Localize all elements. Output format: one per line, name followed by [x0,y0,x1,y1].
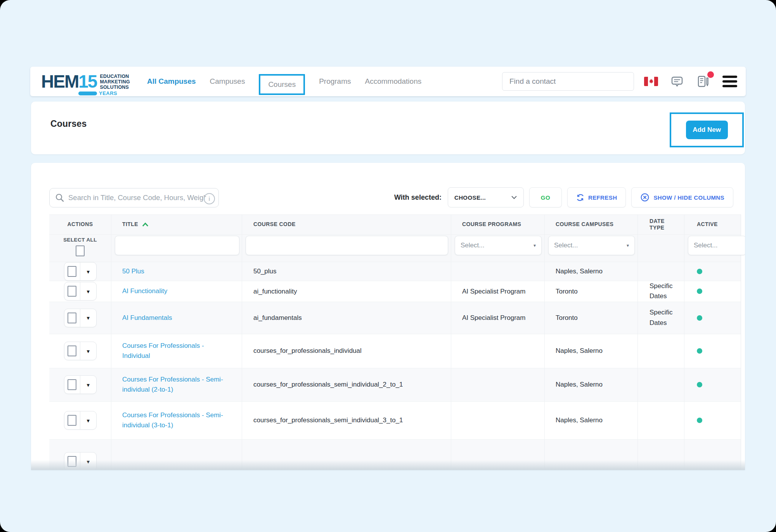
nav-item-programs[interactable]: Programs [319,77,351,86]
row-campuses-cell-text: Toronto [556,287,578,297]
notification-badge [707,71,714,78]
row-title-cell: 50 Plus [111,262,242,281]
nav-item-courses[interactable]: Courses [259,74,305,95]
column-header-label: TITLE [122,221,138,228]
row-programs-cell-text: AI Specialist Program [462,287,525,297]
course-title-link[interactable]: AI Fundamentals [122,313,172,323]
column-header-title[interactable]: TITLE [111,215,242,234]
course-title-link[interactable]: Courses For Professionals - Semi-individ… [122,410,228,431]
courses-table-card: Search in Title, Course Code, Hours, Wei… [31,163,745,470]
row-programs-cell [451,334,544,368]
table-row: ▾50 Plus50_plusNaples, Salerno [49,262,741,281]
row-actions-dropdown[interactable]: ▾ [80,376,96,394]
row-checkbox-area[interactable] [64,453,80,470]
caret-down-icon: ▾ [87,418,90,423]
row-actions-group: ▾ [64,262,97,281]
row-checkbox[interactable] [68,266,76,277]
row-active-cell [684,302,741,334]
row-checkbox-area[interactable] [64,282,80,300]
title-filter-input[interactable] [115,236,239,255]
row-checkbox[interactable] [68,345,76,356]
filter-cell-campuses: Select... ▾ [544,235,637,262]
course-title-link[interactable]: 50 Plus [122,266,144,276]
chat-bubble-icon[interactable] [670,75,684,88]
row-campuses-cell: Toronto [544,302,637,334]
flag-white-stripe [648,77,654,86]
find-contact-input[interactable] [502,72,634,91]
caret-down-icon: ▾ [87,288,90,294]
chevron-down-icon [511,195,517,199]
row-actions-dropdown[interactable]: ▾ [80,342,96,360]
filter-cell-active: Select... [684,235,741,262]
row-checkbox[interactable] [68,379,76,390]
caret-down-icon: ▾ [87,382,90,388]
table-row: ▾AI Fundamentalsai_fundamentalsAI Specia… [49,302,741,334]
column-header-programs[interactable]: COURSE PROGRAMS [451,215,544,234]
nav-item-campuses[interactable]: Campuses [210,77,245,86]
active-filter-select[interactable]: Select... [688,236,745,255]
column-header-label: ACTIVE [697,221,718,228]
course-programs-filter-select[interactable]: Select... ▾ [455,236,542,255]
row-actions-dropdown[interactable]: ▾ [80,282,96,300]
canada-flag-icon[interactable] [644,77,658,86]
active-status-dot [697,348,702,354]
course-code-filter-input[interactable] [246,236,448,255]
active-select-placeholder: Select... [694,242,717,249]
table-row: ▾Courses For Professionals - Semi-indivi… [49,368,741,401]
select-all-checkbox[interactable] [76,245,85,256]
row-checkbox[interactable] [68,456,76,467]
column-header-label: COURSE CAMPUSES [556,221,613,228]
row-checkbox-area[interactable] [64,376,80,394]
row-actions-group: ▾ [64,375,97,394]
row-actions-dropdown[interactable]: ▾ [80,411,96,429]
row-actions-dropdown[interactable]: ▾ [80,453,96,470]
nav-item-accommodations[interactable]: Accommodations [365,77,422,86]
column-header-code[interactable]: COURSE CODE [242,215,451,234]
row-programs-cell: AI Specialist Program [451,302,544,334]
logo-years-bar [78,92,97,95]
bulk-action-value: CHOOSE... [454,194,486,201]
column-header-label: COURSE CODE [253,221,296,228]
table-filter-row: SELECT ALL Select... ▾ [49,234,741,262]
go-button[interactable]: GO [529,187,562,207]
row-checkbox-area[interactable] [64,411,80,429]
main-nav: All CampusesCampusesCoursesProgramsAccom… [147,71,421,92]
refresh-button[interactable]: REFRESH [567,187,626,207]
row-course-code-cell-text: ai_fundamentals [253,313,302,323]
row-checkbox-area[interactable] [64,309,80,327]
row-checkbox[interactable] [68,415,76,426]
row-date-type-cell-text: Specific Dates [650,307,677,328]
course-campuses-filter-select[interactable]: Select... ▾ [548,236,635,255]
column-header-date[interactable]: DATE TYPE [637,215,684,234]
search-help-icon[interactable]: i [204,193,215,204]
course-title-link[interactable]: Courses For Professionals - Individual [122,341,228,361]
hem-logo[interactable]: HEM15 EDUCATIONMARKETINGSOLUTIONS YEARS [41,73,130,90]
course-title-link[interactable]: Courses For Professionals - Semi-individ… [122,375,228,395]
row-checkbox[interactable] [68,286,76,297]
row-actions-cell: ▾ [49,262,111,281]
row-actions-dropdown[interactable]: ▾ [80,263,96,280]
notepad-pencil-icon[interactable] [696,74,710,88]
row-campuses-cell-text: Toronto [556,313,578,323]
bulk-action-select[interactable]: CHOOSE... [448,187,524,207]
column-header-campuses[interactable]: COURSE CAMPUSES [544,215,637,234]
course-title-link[interactable]: AI Functionality [122,286,167,296]
row-checkbox[interactable] [68,313,76,323]
row-actions-dropdown[interactable]: ▾ [80,309,96,327]
column-header-actions[interactable]: ACTIONS [49,215,111,234]
add-new-button[interactable]: Add New [686,121,728,139]
row-title-cell: AI Functionality [111,281,242,302]
column-header-active[interactable]: ACTIVE [684,215,741,234]
row-checkbox-area[interactable] [64,263,80,280]
row-checkbox-area[interactable] [64,342,80,360]
logo-wordmark: HEM15 [41,73,97,90]
select-arrow-icon: ▾ [534,243,536,248]
row-actions-cell: ▾ [49,334,111,368]
filter-cell-date-type [637,235,684,262]
nav-item-all-campuses[interactable]: All Campuses [147,77,196,86]
hamburger-menu-icon[interactable] [722,76,737,87]
row-course-code-cell-text: courses_for_professionals_semi_individua… [253,415,403,425]
show-hide-columns-button[interactable]: SHOW / HIDE COLUMNS [631,187,733,207]
courses-table: ACTIONSTITLECOURSE CODECOURSE PROGRAMSCO… [49,214,741,470]
table-search-box[interactable]: Search in Title, Course Code, Hours, Wei… [49,188,219,207]
